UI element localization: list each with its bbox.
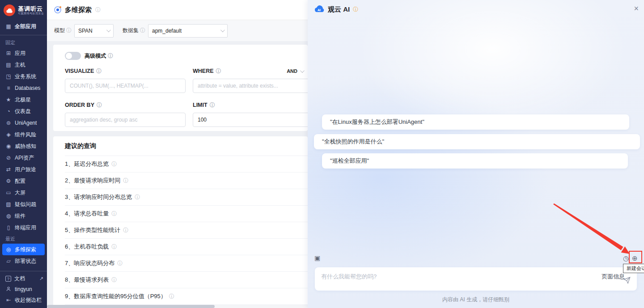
sidebar-item-label: 北极星 bbox=[15, 96, 31, 104]
info-icon[interactable]: ⓘ bbox=[96, 68, 102, 75]
where-label-row: WHERE ⓘ AND bbox=[193, 66, 308, 76]
suggested-query-item[interactable]: 6、主机吞吐负载ⓘ bbox=[65, 239, 308, 255]
dataset-select[interactable]: apm_default bbox=[148, 24, 228, 38]
business-system-icon: ◳ bbox=[5, 73, 12, 80]
sidebar-item-label: 主机 bbox=[15, 61, 25, 69]
advanced-mode-toggle[interactable] bbox=[65, 52, 81, 60]
sidebar-item-config[interactable]: ⚙配置 bbox=[0, 175, 47, 187]
visualize-label: VISUALIZE ⓘ bbox=[65, 66, 186, 76]
sidebar-item-threat-sense[interactable]: ◉威胁感知 bbox=[0, 140, 47, 152]
send-icon[interactable] bbox=[623, 277, 631, 286]
sidebar-item-label: 组件风险 bbox=[15, 131, 36, 139]
info-icon[interactable]: ⓘ bbox=[97, 101, 102, 109]
sidebar-item-label: 组件 bbox=[15, 212, 25, 220]
info-icon[interactable]: ⓘ bbox=[111, 210, 117, 218]
model-select-value: SPAN bbox=[78, 28, 93, 34]
info-icon[interactable]: ⓘ bbox=[117, 260, 123, 267]
info-icon[interactable]: ⓘ bbox=[95, 6, 101, 14]
info-icon[interactable]: ⓘ bbox=[123, 227, 128, 234]
limit-input[interactable] bbox=[193, 113, 308, 127]
sidebar-item-label: API资产 bbox=[15, 154, 34, 162]
info-icon[interactable]: ⓘ bbox=[111, 276, 117, 284]
sidebar-item-suspected-issues[interactable]: ▧疑似问题 bbox=[0, 198, 47, 210]
info-icon[interactable]: ⓘ bbox=[66, 27, 72, 34]
info-icon[interactable]: ⓘ bbox=[169, 293, 174, 300]
info-icon[interactable]: ⓘ bbox=[135, 194, 140, 201]
suggested-query-item[interactable]: 9、数据库查询性能的95分位值（P95）ⓘ bbox=[65, 288, 308, 305]
info-icon[interactable]: ⓘ bbox=[216, 68, 221, 75]
sidebar-item-user-journey[interactable]: ⇄用户旅途 bbox=[0, 164, 47, 175]
sidebar-item-apps[interactable]: ⊞应用 bbox=[0, 47, 47, 59]
info-icon[interactable]: ⓘ bbox=[111, 243, 117, 251]
sidebar-section-fixed: 固定 bbox=[0, 37, 47, 47]
ai-message-input[interactable] bbox=[321, 273, 600, 280]
close-icon[interactable]: × bbox=[634, 4, 639, 13]
query-item-label: 2、最慢请求响应时间 bbox=[65, 177, 120, 185]
external-link-icon[interactable]: ↗ bbox=[39, 276, 43, 282]
sidebar-item-label: 文档 bbox=[14, 275, 25, 283]
sidebar-item-business-system[interactable]: ◳业务系统 bbox=[0, 71, 47, 82]
ai-suggestion-bubble[interactable]: "巡检全部应用" bbox=[322, 153, 628, 169]
sidebar-item-docs[interactable]: ? 文档 ↗ bbox=[0, 273, 47, 284]
suggested-query-item[interactable]: 4、请求总吞吐量ⓘ bbox=[65, 206, 308, 222]
where-input[interactable] bbox=[193, 79, 308, 93]
sidebar-item-api-assets[interactable]: ⊘API资产 bbox=[0, 152, 47, 164]
sidebar-item-multidim-explore[interactable]: ◎多维探索 bbox=[2, 244, 45, 255]
dataset-label-text: 数据集 bbox=[123, 27, 139, 34]
sidebar-item-bigscreen[interactable]: ▭大屏 bbox=[0, 187, 47, 198]
sidebar-item-label: UniAgent bbox=[15, 120, 37, 126]
sidebar-item-label: 疑似问题 bbox=[15, 201, 36, 208]
info-icon[interactable]: ⓘ bbox=[108, 52, 113, 60]
model-label: 模型 ⓘ bbox=[54, 27, 72, 34]
sidebar-item-deploy-status[interactable]: ▱部署状态 bbox=[0, 255, 47, 267]
main-header: 多维探索 ⓘ bbox=[47, 0, 308, 20]
suggested-query-item[interactable]: 2、最慢请求响应时间ⓘ bbox=[65, 173, 308, 189]
ai-suggestion-bubble[interactable]: "在Linux服务器上怎么部署UniAgent" bbox=[322, 114, 629, 130]
suggested-query-item[interactable]: 7、响应状态码分布ⓘ bbox=[65, 255, 308, 272]
sidebar-item-databases[interactable]: ≡Databases bbox=[0, 82, 47, 94]
info-icon[interactable]: ⓘ bbox=[123, 177, 128, 185]
host-icon: ▤ bbox=[5, 62, 12, 68]
sidebar-item-collapse[interactable]: ⇤ 收起侧边栏 bbox=[0, 295, 47, 305]
where-operator-select[interactable]: AND bbox=[287, 68, 303, 74]
where-cell bbox=[193, 79, 308, 93]
logo[interactable]: 基调听云 可观测性与应用安全 bbox=[0, 0, 47, 20]
svg-text:AI: AI bbox=[318, 8, 321, 12]
sidebar-item-polaris[interactable]: ★北极星 bbox=[0, 94, 47, 105]
info-icon[interactable]: ⓘ bbox=[111, 160, 117, 168]
sidebar-item-dashboard[interactable]: ◔仪表盘 bbox=[0, 105, 47, 117]
sidebar-item-all-apps[interactable]: ▦ 全部应用 bbox=[0, 20, 47, 33]
sidebar-item-component-risk[interactable]: ◈组件风险 bbox=[0, 129, 47, 140]
dashboard-icon: ◔ bbox=[5, 108, 12, 114]
order-by-input[interactable] bbox=[65, 113, 186, 127]
sidebar-item-hosts[interactable]: ▤主机 bbox=[0, 59, 47, 71]
notebook-icon[interactable]: ▣ bbox=[314, 255, 320, 261]
sidebar-item-components[interactable]: ◍组件 bbox=[0, 210, 47, 222]
api-asset-icon: ⊘ bbox=[5, 155, 12, 161]
chevron-down-icon bbox=[220, 28, 225, 32]
sidebar-item-label: tingyun bbox=[15, 286, 32, 292]
sidebar-item-user[interactable]: tingyun bbox=[0, 284, 47, 295]
visualize-cell bbox=[65, 79, 186, 93]
suggested-query-item[interactable]: 8、最慢请求列表ⓘ bbox=[65, 272, 308, 288]
horizontal-scrollbar-thumb[interactable] bbox=[47, 305, 215, 308]
query-item-label: 1、延迟分布总览 bbox=[65, 160, 109, 168]
suggested-query-item[interactable]: 5、操作类型性能统计ⓘ bbox=[65, 222, 308, 239]
ai-suggestion-bubble[interactable]: "全栈快照的作用是什么" bbox=[314, 134, 640, 149]
suggested-query-item[interactable]: 3、请求响应时间分布总览ⓘ bbox=[65, 189, 308, 206]
sidebar-item-uniagent[interactable]: ⊚UniAgent bbox=[0, 117, 47, 129]
collapse-sidebar-icon: ⇤ bbox=[5, 297, 12, 303]
sidebar-item-label: 部署状态 bbox=[15, 257, 36, 265]
sidebar-item-terminal-apps[interactable]: ▯终端应用 bbox=[0, 222, 47, 233]
history-icon[interactable]: ◷ bbox=[623, 255, 629, 262]
terminal-app-icon: ▯ bbox=[5, 224, 12, 231]
model-select[interactable]: SPAN bbox=[74, 24, 114, 38]
sidebar-item-label: 收起侧边栏 bbox=[15, 296, 42, 304]
info-icon[interactable]: ⓘ bbox=[140, 27, 145, 34]
page-info-chip[interactable]: 页面信息 bbox=[602, 273, 625, 281]
info-icon[interactable]: ⓘ bbox=[353, 6, 358, 13]
ai-assistant-panel: AI 观云 AI ⓘ × "在Linux服务器上怎么部署UniAgent" "全… bbox=[308, 0, 644, 308]
suggested-query-item[interactable]: 1、延迟分布总览ⓘ bbox=[65, 156, 308, 173]
visualize-input[interactable] bbox=[65, 79, 186, 93]
info-icon[interactable]: ⓘ bbox=[210, 101, 215, 109]
